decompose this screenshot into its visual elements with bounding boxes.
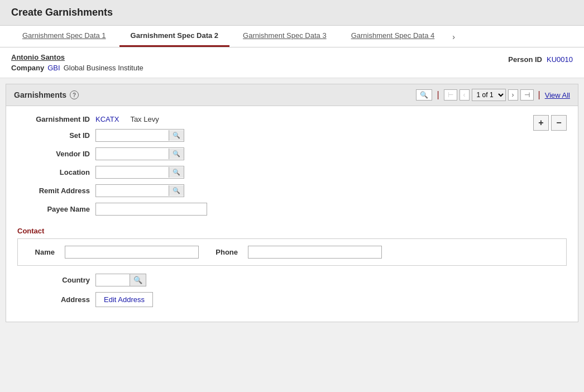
person-id-label: Person ID — [508, 55, 542, 64]
section-body: Garnishment ID KCATX Tax Levy Set ID 🔍 V… — [6, 106, 578, 322]
page-header: Create Garnishments — [0, 0, 584, 26]
remit-address-row: Remit Address 🔍 — [17, 184, 207, 197]
tab-garnishment-spec-data-1[interactable]: Garnishment Spec Data 1 — [11, 26, 117, 47]
garnishment-top-row: Garnishment ID KCATX Tax Levy Set ID 🔍 V… — [17, 115, 567, 221]
contact-phone-label: Phone — [210, 248, 238, 256]
remit-address-input-wrap: 🔍 — [95, 184, 184, 197]
location-search-icon[interactable]: 🔍 — [169, 167, 184, 178]
vendor-id-input-wrap: 🔍 — [95, 147, 184, 160]
location-input-wrap: 🔍 — [95, 166, 184, 179]
address-label: Address — [17, 295, 90, 304]
country-input[interactable] — [96, 274, 130, 286]
page-title: Create Garnishments — [11, 7, 573, 18]
location-label: Location — [17, 168, 90, 176]
view-all-link[interactable]: View All — [545, 91, 570, 99]
remit-address-search-icon[interactable]: 🔍 — [169, 185, 184, 196]
tabs-container: Garnishment Spec Data 1 Garnishment Spec… — [0, 26, 584, 47]
garnishment-id-row: Garnishment ID KCATX Tax Levy — [17, 115, 207, 123]
prev-page-button[interactable]: ‹ — [459, 89, 470, 101]
first-page-button[interactable]: ⊢ — [444, 89, 457, 101]
tabs-next-arrow[interactable]: › — [448, 27, 459, 47]
country-input-wrap: 🔍 — [95, 274, 146, 286]
set-id-search-icon[interactable]: 🔍 — [169, 130, 184, 141]
set-id-label: Set ID — [17, 131, 90, 140]
section-title-text: Garnishments — [14, 90, 66, 99]
edit-address-button[interactable]: Edit Address — [95, 292, 153, 307]
payee-name-label: Payee Name — [17, 205, 90, 213]
contact-box: Name Phone — [17, 238, 567, 266]
contact-phone-field: Phone — [210, 246, 382, 259]
tab-garnishment-spec-data-2[interactable]: Garnishment Spec Data 2 — [119, 26, 230, 47]
person-id-value: KU0010 — [547, 55, 573, 64]
vendor-id-row: Vendor ID 🔍 — [17, 147, 207, 160]
address-row: Address Edit Address — [17, 292, 567, 307]
garnishment-id-label: Garnishment ID — [17, 115, 90, 123]
garnishment-type: Tax Levy — [130, 115, 159, 123]
last-page-button[interactable]: ⊣ — [520, 89, 534, 101]
contact-name-label: Name — [27, 248, 55, 256]
add-remove-buttons: + − — [533, 115, 567, 131]
set-id-input[interactable] — [96, 130, 169, 141]
next-page-button[interactable]: › — [508, 89, 518, 101]
help-icon[interactable]: ? — [70, 90, 79, 99]
payee-name-input[interactable] — [95, 203, 207, 216]
separator-2: | — [538, 90, 540, 100]
remit-address-label: Remit Address — [17, 187, 90, 195]
country-row: Country 🔍 — [17, 274, 567, 286]
search-button[interactable]: 🔍 — [416, 89, 432, 101]
contact-name-input[interactable] — [65, 246, 199, 259]
country-label: Country — [17, 276, 90, 284]
garnishments-panel: Garnishments ? 🔍 | ⊢ ‹ 1 of 1 › ⊣ | View… — [6, 84, 578, 322]
vendor-id-input[interactable] — [96, 148, 169, 160]
set-id-input-wrap: 🔍 — [95, 129, 184, 142]
garnishment-id-value: KCATX — [95, 115, 119, 123]
contact-phone-input[interactable] — [248, 246, 382, 259]
payee-name-row: Payee Name — [17, 203, 207, 216]
company-code: GBI — [47, 64, 60, 72]
set-id-row: Set ID 🔍 — [17, 129, 207, 142]
tab-garnishment-spec-data-4[interactable]: Garnishment Spec Data 4 — [340, 26, 446, 47]
country-search-icon[interactable]: 🔍 — [130, 274, 146, 286]
pagination-controls: 🔍 | ⊢ ‹ 1 of 1 › ⊣ | View All — [416, 89, 570, 101]
page-select[interactable]: 1 of 1 — [472, 89, 506, 101]
location-row: Location 🔍 — [17, 166, 207, 179]
person-info-section: Antonio Santos Company GBI Global Busine… — [0, 47, 584, 78]
contact-section: Contact Name Phone — [17, 227, 567, 266]
company-label: Company — [11, 64, 44, 72]
remove-button[interactable]: − — [551, 115, 567, 131]
contact-section-label: Contact — [17, 227, 567, 235]
person-name[interactable]: Antonio Santos — [11, 53, 65, 61]
contact-name-field: Name — [27, 246, 199, 259]
vendor-id-search-icon[interactable]: 🔍 — [169, 149, 184, 159]
remit-address-input[interactable] — [96, 185, 169, 197]
section-header: Garnishments ? 🔍 | ⊢ ‹ 1 of 1 › ⊣ | View… — [6, 84, 578, 106]
company-name: Global Business Institute — [64, 64, 143, 72]
add-button[interactable]: + — [533, 115, 549, 131]
vendor-id-label: Vendor ID — [17, 150, 90, 158]
location-input[interactable] — [96, 166, 169, 178]
tab-garnishment-spec-data-3[interactable]: Garnishment Spec Data 3 — [232, 26, 338, 47]
separator-1: | — [437, 90, 439, 100]
bottom-fields: Country 🔍 Address Edit Address — [17, 274, 567, 307]
